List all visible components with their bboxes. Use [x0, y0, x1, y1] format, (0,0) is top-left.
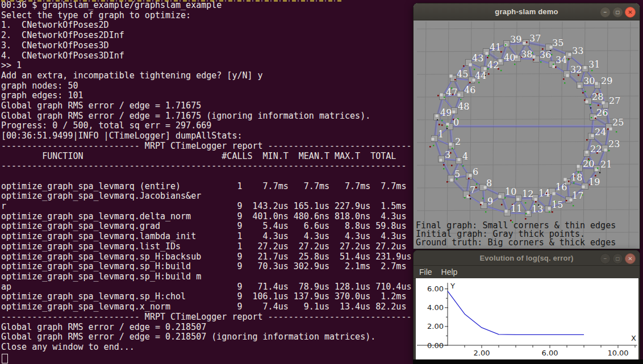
graph-node-label: 2	[455, 136, 461, 147]
graph-node-label: 15	[552, 199, 563, 210]
graph-node-label: 26	[596, 107, 608, 118]
graph-node-label: 7	[470, 185, 475, 195]
graph-node-label: 21	[600, 159, 612, 170]
graph-node-label: 9	[487, 196, 493, 207]
legend-ground-truth: Ground truth: Big corners & thick edges	[416, 237, 616, 248]
svg-text:Y: Y	[450, 282, 455, 290]
menu-help[interactable]: Help	[441, 267, 458, 277]
graph-node-label: 35	[552, 37, 563, 48]
terminal-cursor	[2, 354, 8, 363]
graph-node-label: 22	[590, 144, 602, 154]
graph-node-label: 49	[440, 107, 452, 118]
graph-node-label: 4	[462, 151, 468, 162]
graph-node-label: 24	[595, 127, 606, 137]
graph-node-label: 13	[532, 204, 543, 215]
graph-node-label: 3	[445, 149, 450, 160]
error-curve	[448, 291, 584, 335]
svg-text:X: X	[631, 334, 636, 342]
graph-node-label: 43	[472, 53, 483, 64]
graph-node-label: 44	[475, 70, 486, 81]
graph-node-label: 42	[487, 60, 499, 70]
graph-node-label: 12	[522, 189, 533, 199]
minimize-button[interactable]: −	[600, 253, 611, 264]
svg-text:6.00: 6.00	[542, 349, 558, 357]
menubar: File Help	[414, 266, 640, 279]
graph-node-label: 46	[464, 85, 475, 95]
graph-node-label: 48	[458, 101, 469, 112]
error-plot-canvas: 2.006.0010.000.002.004.006.00YX	[416, 278, 638, 360]
close-button[interactable]: ✕	[625, 7, 636, 18]
graph-node-label: 36	[540, 49, 551, 60]
graph-node-label: 31	[588, 59, 600, 70]
graph-node-label: 29	[601, 76, 612, 86]
graph-node-label: 14	[538, 188, 550, 199]
graph-node-label: 16	[556, 182, 567, 193]
graph-node-label: 33	[572, 45, 583, 56]
graph-node-label: 28	[592, 91, 603, 102]
close-button[interactable]: ✕	[625, 253, 636, 264]
menu-file[interactable]: File	[419, 267, 432, 277]
graph-node-label: 19	[588, 177, 600, 187]
graph-node-label: 25	[612, 117, 624, 128]
svg-text:2.00: 2.00	[427, 322, 444, 330]
graph-node-label: 32	[570, 64, 582, 75]
graph-node-label: 37	[529, 33, 541, 44]
graph-node-label: 20	[583, 158, 594, 169]
terminal-output[interactable]: 00:36 $ graphslam_example/graphslam_exam…	[1, 1, 411, 353]
graph-node-label: 0	[453, 117, 459, 128]
graph-node-label: 5	[454, 169, 460, 179]
graph-node-label: 23	[608, 139, 620, 149]
svg-text:2.00: 2.00	[474, 349, 490, 357]
graph-node-label: 47	[446, 87, 457, 98]
graph-node-label: 17	[572, 190, 583, 201]
graph-node-label: 27	[609, 95, 620, 106]
svg-text:10.00: 10.00	[607, 349, 628, 357]
graph-window-titlebar[interactable]: graph-slam demo − ▢ ✕	[414, 3, 640, 20]
clipped-previous-line	[1, 0, 342, 2]
graph-node-label: 8	[486, 178, 492, 189]
minimize-button[interactable]: −	[600, 7, 611, 18]
graph-slam-demo-window: graph-slam demo − ▢ ✕ 012345678910111213…	[413, 3, 640, 249]
svg-text:4.00: 4.00	[427, 303, 444, 312]
graph-node-label: 39	[510, 34, 521, 45]
graph-node-label: 10	[505, 186, 516, 197]
bottom-screen-strip	[413, 359, 643, 364]
graph-node-label: 11	[511, 203, 522, 214]
graph-node-label: 30	[583, 76, 595, 86]
maximize-button[interactable]: ▢	[612, 7, 623, 18]
graph-node-label: 38	[521, 49, 532, 60]
graph-node-label: 6	[473, 166, 478, 177]
plot-area[interactable]: 2.006.0010.000.002.004.006.00YX	[416, 278, 638, 360]
graph-node-label: 34	[556, 55, 567, 65]
graph-3d-viewport[interactable]: 0123456789101112131415161718192021222324…	[414, 20, 638, 248]
graph-canvas: 0123456789101112131415161718192021222324…	[414, 20, 638, 248]
graph-legend-overlay: Final graph: Small corners & thin edges …	[416, 221, 616, 247]
svg-text:6.00: 6.00	[427, 284, 444, 293]
error-plot-window: Evolution of log(sq. error) − ▢ ✕ File H…	[413, 250, 640, 364]
graph-node-label: 41	[490, 42, 501, 53]
graph-node-label: 45	[457, 69, 468, 80]
svg-text:0.00: 0.00	[427, 341, 444, 350]
plot-window-titlebar[interactable]: Evolution of log(sq. error) − ▢ ✕	[414, 250, 640, 266]
graph-node-label: 1	[438, 129, 444, 140]
graph-node-label: 18	[571, 172, 582, 183]
graph-node-label: 40	[504, 52, 515, 63]
maximize-button[interactable]: ▢	[612, 253, 623, 264]
